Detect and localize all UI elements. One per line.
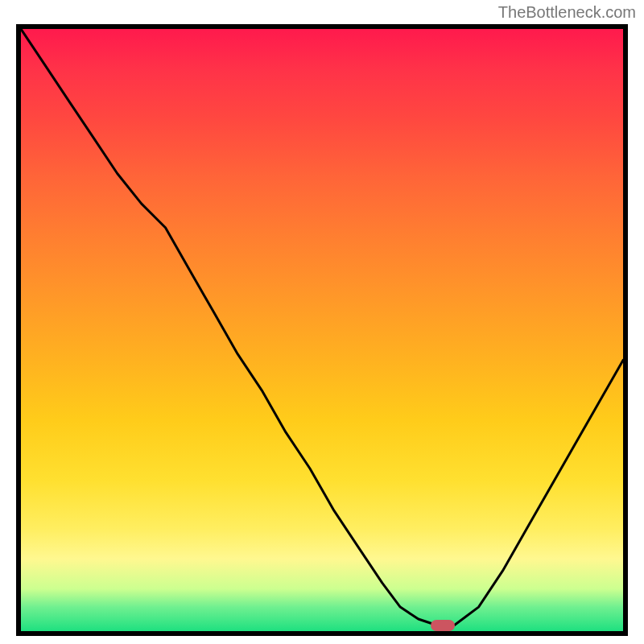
chart-curve-path: [21, 29, 623, 625]
attribution-text: TheBottleneck.com: [498, 3, 636, 22]
chart-line: [21, 29, 623, 631]
chart-marker: [431, 620, 455, 631]
chart-frame: [16, 24, 628, 636]
